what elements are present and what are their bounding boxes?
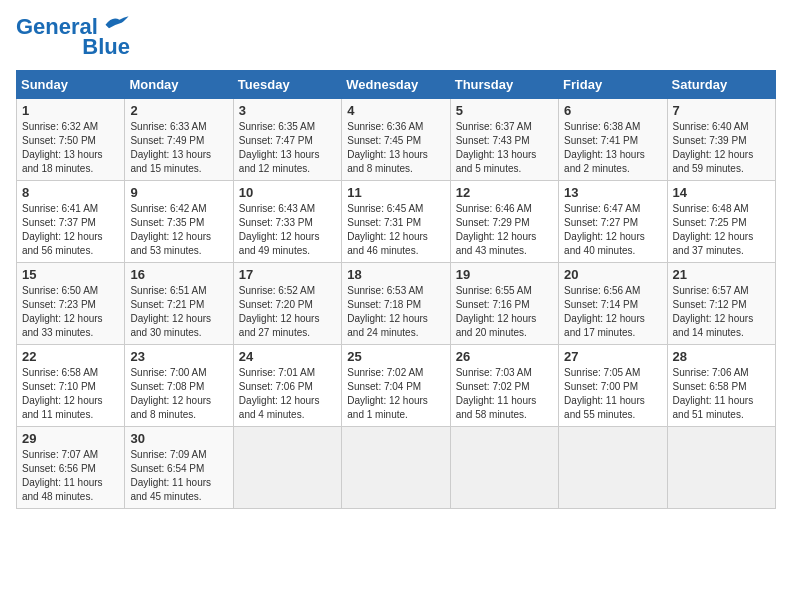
calendar-day-30: 30Sunrise: 7:09 AM Sunset: 6:54 PM Dayli…: [125, 427, 233, 509]
day-number: 16: [130, 267, 227, 282]
calendar-table: SundayMondayTuesdayWednesdayThursdayFrid…: [16, 70, 776, 509]
calendar-day-6: 6Sunrise: 6:38 AM Sunset: 7:41 PM Daylig…: [559, 99, 667, 181]
day-number: 15: [22, 267, 119, 282]
weekday-header-friday: Friday: [559, 71, 667, 99]
day-info: Sunrise: 6:52 AM Sunset: 7:20 PM Dayligh…: [239, 284, 336, 340]
calendar-day-20: 20Sunrise: 6:56 AM Sunset: 7:14 PM Dayli…: [559, 263, 667, 345]
day-number: 12: [456, 185, 553, 200]
day-info: Sunrise: 6:53 AM Sunset: 7:18 PM Dayligh…: [347, 284, 444, 340]
day-info: Sunrise: 6:36 AM Sunset: 7:45 PM Dayligh…: [347, 120, 444, 176]
day-number: 27: [564, 349, 661, 364]
weekday-header-wednesday: Wednesday: [342, 71, 450, 99]
calendar-day-26: 26Sunrise: 7:03 AM Sunset: 7:02 PM Dayli…: [450, 345, 558, 427]
day-info: Sunrise: 6:58 AM Sunset: 7:10 PM Dayligh…: [22, 366, 119, 422]
weekday-header-sunday: Sunday: [17, 71, 125, 99]
calendar-day-10: 10Sunrise: 6:43 AM Sunset: 7:33 PM Dayli…: [233, 181, 341, 263]
calendar-week-row: 22Sunrise: 6:58 AM Sunset: 7:10 PM Dayli…: [17, 345, 776, 427]
calendar-empty: [342, 427, 450, 509]
day-number: 30: [130, 431, 227, 446]
calendar-day-9: 9Sunrise: 6:42 AM Sunset: 7:35 PM Daylig…: [125, 181, 233, 263]
day-number: 6: [564, 103, 661, 118]
day-info: Sunrise: 6:48 AM Sunset: 7:25 PM Dayligh…: [673, 202, 770, 258]
calendar-day-5: 5Sunrise: 6:37 AM Sunset: 7:43 PM Daylig…: [450, 99, 558, 181]
day-info: Sunrise: 6:47 AM Sunset: 7:27 PM Dayligh…: [564, 202, 661, 258]
day-number: 9: [130, 185, 227, 200]
day-info: Sunrise: 6:55 AM Sunset: 7:16 PM Dayligh…: [456, 284, 553, 340]
calendar-day-29: 29Sunrise: 7:07 AM Sunset: 6:56 PM Dayli…: [17, 427, 125, 509]
day-info: Sunrise: 6:46 AM Sunset: 7:29 PM Dayligh…: [456, 202, 553, 258]
calendar-day-16: 16Sunrise: 6:51 AM Sunset: 7:21 PM Dayli…: [125, 263, 233, 345]
calendar-day-13: 13Sunrise: 6:47 AM Sunset: 7:27 PM Dayli…: [559, 181, 667, 263]
weekday-header-saturday: Saturday: [667, 71, 775, 99]
calendar-day-4: 4Sunrise: 6:36 AM Sunset: 7:45 PM Daylig…: [342, 99, 450, 181]
calendar-day-7: 7Sunrise: 6:40 AM Sunset: 7:39 PM Daylig…: [667, 99, 775, 181]
calendar-week-row: 15Sunrise: 6:50 AM Sunset: 7:23 PM Dayli…: [17, 263, 776, 345]
calendar-day-19: 19Sunrise: 6:55 AM Sunset: 7:16 PM Dayli…: [450, 263, 558, 345]
day-number: 26: [456, 349, 553, 364]
calendar-day-23: 23Sunrise: 7:00 AM Sunset: 7:08 PM Dayli…: [125, 345, 233, 427]
logo: General Blue: [16, 16, 130, 60]
day-number: 13: [564, 185, 661, 200]
day-info: Sunrise: 7:05 AM Sunset: 7:00 PM Dayligh…: [564, 366, 661, 422]
day-number: 28: [673, 349, 770, 364]
calendar-day-21: 21Sunrise: 6:57 AM Sunset: 7:12 PM Dayli…: [667, 263, 775, 345]
calendar-day-28: 28Sunrise: 7:06 AM Sunset: 6:58 PM Dayli…: [667, 345, 775, 427]
day-number: 23: [130, 349, 227, 364]
day-info: Sunrise: 6:42 AM Sunset: 7:35 PM Dayligh…: [130, 202, 227, 258]
day-info: Sunrise: 7:09 AM Sunset: 6:54 PM Dayligh…: [130, 448, 227, 504]
logo-bird-icon: [102, 14, 130, 32]
calendar-day-3: 3Sunrise: 6:35 AM Sunset: 7:47 PM Daylig…: [233, 99, 341, 181]
calendar-day-12: 12Sunrise: 6:46 AM Sunset: 7:29 PM Dayli…: [450, 181, 558, 263]
day-info: Sunrise: 6:43 AM Sunset: 7:33 PM Dayligh…: [239, 202, 336, 258]
day-number: 11: [347, 185, 444, 200]
day-number: 18: [347, 267, 444, 282]
calendar-day-2: 2Sunrise: 6:33 AM Sunset: 7:49 PM Daylig…: [125, 99, 233, 181]
day-number: 20: [564, 267, 661, 282]
calendar-empty: [450, 427, 558, 509]
day-number: 8: [22, 185, 119, 200]
calendar-day-24: 24Sunrise: 7:01 AM Sunset: 7:06 PM Dayli…: [233, 345, 341, 427]
day-number: 21: [673, 267, 770, 282]
day-number: 3: [239, 103, 336, 118]
calendar-empty: [667, 427, 775, 509]
calendar-day-1: 1Sunrise: 6:32 AM Sunset: 7:50 PM Daylig…: [17, 99, 125, 181]
page-header: General Blue: [16, 16, 776, 60]
day-info: Sunrise: 6:41 AM Sunset: 7:37 PM Dayligh…: [22, 202, 119, 258]
day-info: Sunrise: 7:07 AM Sunset: 6:56 PM Dayligh…: [22, 448, 119, 504]
logo-blue-text: Blue: [82, 34, 130, 60]
day-number: 17: [239, 267, 336, 282]
calendar-day-8: 8Sunrise: 6:41 AM Sunset: 7:37 PM Daylig…: [17, 181, 125, 263]
day-info: Sunrise: 7:03 AM Sunset: 7:02 PM Dayligh…: [456, 366, 553, 422]
day-number: 19: [456, 267, 553, 282]
day-number: 10: [239, 185, 336, 200]
day-number: 14: [673, 185, 770, 200]
day-number: 4: [347, 103, 444, 118]
day-info: Sunrise: 7:01 AM Sunset: 7:06 PM Dayligh…: [239, 366, 336, 422]
day-info: Sunrise: 6:45 AM Sunset: 7:31 PM Dayligh…: [347, 202, 444, 258]
weekday-header-monday: Monday: [125, 71, 233, 99]
day-number: 5: [456, 103, 553, 118]
weekday-header-row: SundayMondayTuesdayWednesdayThursdayFrid…: [17, 71, 776, 99]
day-info: Sunrise: 6:51 AM Sunset: 7:21 PM Dayligh…: [130, 284, 227, 340]
day-number: 7: [673, 103, 770, 118]
calendar-day-14: 14Sunrise: 6:48 AM Sunset: 7:25 PM Dayli…: [667, 181, 775, 263]
calendar-day-15: 15Sunrise: 6:50 AM Sunset: 7:23 PM Dayli…: [17, 263, 125, 345]
day-number: 25: [347, 349, 444, 364]
day-info: Sunrise: 6:38 AM Sunset: 7:41 PM Dayligh…: [564, 120, 661, 176]
day-info: Sunrise: 6:35 AM Sunset: 7:47 PM Dayligh…: [239, 120, 336, 176]
day-number: 2: [130, 103, 227, 118]
calendar-day-11: 11Sunrise: 6:45 AM Sunset: 7:31 PM Dayli…: [342, 181, 450, 263]
calendar-day-25: 25Sunrise: 7:02 AM Sunset: 7:04 PM Dayli…: [342, 345, 450, 427]
day-info: Sunrise: 6:40 AM Sunset: 7:39 PM Dayligh…: [673, 120, 770, 176]
weekday-header-thursday: Thursday: [450, 71, 558, 99]
day-info: Sunrise: 6:32 AM Sunset: 7:50 PM Dayligh…: [22, 120, 119, 176]
day-number: 29: [22, 431, 119, 446]
day-info: Sunrise: 6:57 AM Sunset: 7:12 PM Dayligh…: [673, 284, 770, 340]
day-info: Sunrise: 6:33 AM Sunset: 7:49 PM Dayligh…: [130, 120, 227, 176]
calendar-empty: [559, 427, 667, 509]
day-number: 1: [22, 103, 119, 118]
day-info: Sunrise: 6:56 AM Sunset: 7:14 PM Dayligh…: [564, 284, 661, 340]
day-info: Sunrise: 7:00 AM Sunset: 7:08 PM Dayligh…: [130, 366, 227, 422]
calendar-empty: [233, 427, 341, 509]
calendar-day-17: 17Sunrise: 6:52 AM Sunset: 7:20 PM Dayli…: [233, 263, 341, 345]
